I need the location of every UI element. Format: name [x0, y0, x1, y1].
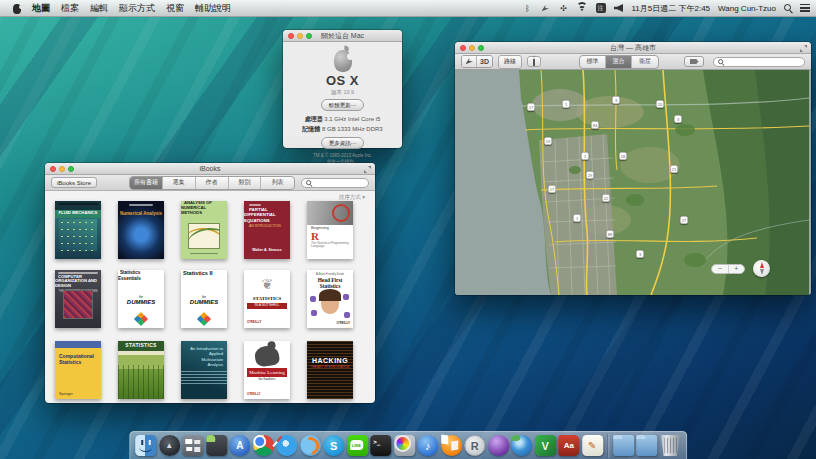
route-shield[interactable]: 21	[670, 165, 678, 173]
menu-edit[interactable]: 編輯	[90, 2, 108, 15]
book-cover[interactable]: Statistics II for DUMMIES	[181, 270, 227, 328]
route-shield[interactable]: 3	[612, 96, 620, 104]
route-shield[interactable]: 1	[573, 214, 581, 222]
wifi-icon[interactable]	[577, 4, 588, 13]
book-cover[interactable]: PARTIAL DIFFERENTIAL EQUATIONS AN INTROD…	[244, 201, 290, 259]
book-cover[interactable]: Computational Statistics Springer	[55, 341, 101, 399]
dock-launchpad-icon[interactable]	[159, 435, 180, 456]
volume-icon[interactable]	[614, 3, 624, 13]
bookmarks-icon[interactable]	[684, 56, 704, 67]
menu-view[interactable]: 顯示方式	[119, 2, 155, 15]
zoom-in-button[interactable]: +	[729, 265, 745, 273]
fullscreen-icon[interactable]	[364, 166, 371, 173]
dock-line-icon[interactable]	[347, 435, 368, 456]
dock-ibooks-icon[interactable]	[441, 435, 462, 456]
dock-app-store-icon[interactable]	[229, 435, 250, 456]
maps-titlebar[interactable]: 台灣 — 高雄市	[455, 42, 811, 54]
route-shield[interactable]: 88	[606, 230, 614, 238]
about-titlebar[interactable]: 關於這台 Mac	[283, 30, 402, 42]
dock-google-earth-icon[interactable]	[511, 435, 532, 456]
route-shield[interactable]: 28	[619, 152, 627, 160]
tab-authors[interactable]: 作者	[196, 177, 229, 189]
dock-itunes-icon[interactable]	[417, 435, 438, 456]
route-shield[interactable]: 17	[548, 185, 556, 193]
dock-applications-folder-icon[interactable]	[613, 435, 634, 456]
dock-terminal-icon[interactable]	[370, 435, 391, 456]
route-shield[interactable]: 19	[544, 137, 552, 145]
book-cover[interactable]: An Introduction to Applied Multivariate …	[181, 341, 227, 399]
menu-app-name[interactable]: 地圖	[32, 2, 50, 15]
map-canvas[interactable]: 17 1 3 20 3 84 19 1 28 21 29 17 22 1 27 …	[455, 70, 811, 295]
ibooks-store-button[interactable]: iBooks Store	[51, 177, 97, 188]
menu-file[interactable]: 檔案	[61, 2, 79, 15]
notification-center-icon[interactable]	[800, 4, 810, 12]
ibooks-titlebar[interactable]: iBooks	[45, 163, 375, 175]
menu-user-name[interactable]: Wang Cun-Tzuo	[718, 4, 776, 13]
menu-clock[interactable]: 11月5日週二 下午2:45	[632, 3, 711, 14]
mode-hybrid[interactable]: 混合	[606, 56, 632, 68]
maps-search-field[interactable]	[713, 57, 805, 67]
mode-satellite[interactable]: 衛星	[632, 56, 658, 68]
dock-pages-icon[interactable]	[582, 435, 603, 456]
dock-purple-globe-app-icon[interactable]	[488, 435, 509, 456]
book-cover[interactable]: STATISTICS	[118, 341, 164, 399]
mode-standard[interactable]: 標準	[580, 56, 606, 68]
dock-chrome-icon[interactable]	[253, 435, 274, 456]
tab-collections[interactable]: 選集	[163, 177, 196, 189]
menu-help[interactable]: 輔助說明	[195, 2, 231, 15]
tab-categories[interactable]: 類別	[229, 177, 262, 189]
book-cover[interactable]: ❦ STATISTICS IN A NUTSHELL O'REILLY	[244, 270, 290, 328]
tab-all-books[interactable]: 所有書籍	[130, 177, 163, 189]
ibooks-search-field[interactable]	[301, 178, 369, 188]
route-shield[interactable]: 1	[562, 100, 570, 108]
route-shield[interactable]: 3	[674, 115, 682, 123]
route-shield[interactable]: 84	[591, 121, 599, 129]
dock-iphoto-icon[interactable]	[394, 435, 415, 456]
route-shield[interactable]: 3	[636, 250, 644, 258]
dock-finder-icon[interactable]	[135, 435, 156, 456]
spotlight-icon[interactable]	[784, 4, 792, 12]
route-shield[interactable]: 20	[656, 100, 664, 108]
route-shield[interactable]: 29	[586, 171, 594, 179]
compass-icon[interactable]	[753, 260, 770, 277]
route-shield[interactable]: 17	[527, 103, 535, 111]
dock-skype-icon[interactable]	[323, 435, 344, 456]
dock-documents-folder-icon[interactable]	[636, 435, 657, 456]
book-cover[interactable]: FLUID MECHANICS	[55, 201, 101, 259]
fullscreen-icon[interactable]	[800, 45, 807, 52]
software-update-button[interactable]: 軟體更新⋯	[321, 99, 365, 111]
3d-view-button[interactable]: 3D	[477, 56, 492, 67]
book-cover[interactable]: Beginning R The Statistical Programming …	[307, 201, 353, 259]
route-shield[interactable]: 1	[581, 152, 589, 160]
bluetooth-icon[interactable]: ᛒ	[523, 3, 533, 13]
share-button[interactable]	[527, 56, 541, 67]
book-cover[interactable]: A Brain-Friendly Guide Head First Statis…	[307, 270, 353, 328]
dock-macvim-icon[interactable]	[535, 435, 556, 456]
book-cover[interactable]: Statistics Essentials for DUMMIES	[118, 270, 164, 328]
more-info-button[interactable]: 更多資訊⋯	[321, 137, 365, 149]
book-cover[interactable]: ANALYSIS OF NUMERICAL METHODS	[181, 201, 227, 259]
route-shield[interactable]: 27	[680, 216, 688, 224]
book-cover[interactable]: Machine Learning for hackers O'REILLY	[244, 341, 290, 399]
dock-mission-control-icon[interactable]	[182, 435, 203, 456]
input-source-icon[interactable]: 注	[596, 3, 606, 13]
tab-list[interactable]: 列表	[261, 177, 294, 189]
location-arrow-icon[interactable]	[541, 3, 551, 13]
dock-firefox-icon[interactable]	[300, 435, 321, 456]
book-cover[interactable]: HACKING THE ART OF EXPLOITATION	[307, 341, 353, 399]
dock-dictionary-icon[interactable]	[558, 435, 579, 456]
book-cover[interactable]: Numerical Analysis	[118, 201, 164, 259]
zoom-out-button[interactable]: −	[712, 265, 729, 273]
menu-window[interactable]: 視窗	[166, 2, 184, 15]
directions-button[interactable]: 路線	[498, 55, 522, 69]
dock-r-project-icon[interactable]	[464, 435, 485, 456]
current-location-button[interactable]	[462, 56, 477, 67]
dock-android-file-transfer-icon[interactable]	[206, 435, 227, 456]
dock-trash-icon[interactable]	[660, 435, 681, 456]
book-cover[interactable]: COMPUTER ORGANIZATION AND DESIGN THE HAR…	[55, 270, 101, 328]
airplay-icon[interactable]: ✣	[559, 3, 569, 13]
apple-menu-icon[interactable]	[12, 3, 22, 14]
dock-safari-icon[interactable]	[276, 435, 297, 456]
route-shield[interactable]: 22	[602, 194, 610, 202]
book-publisher: Springer	[59, 392, 73, 396]
